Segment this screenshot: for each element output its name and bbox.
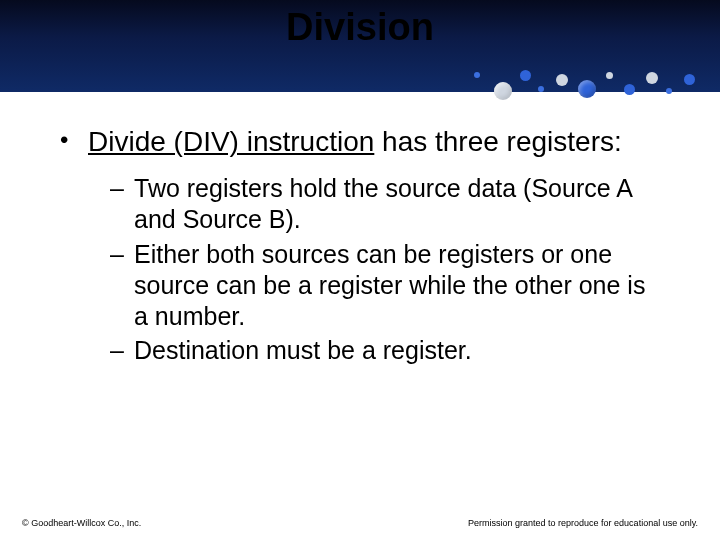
slide-content: • Divide (DIV) instruction has three reg… (0, 92, 720, 367)
slide-header: Division (0, 0, 720, 92)
sub-bullet: – Either both sources can be registers o… (110, 239, 660, 333)
dash-marker: – (110, 173, 134, 236)
slide-title: Division (0, 6, 720, 49)
bullet-marker: • (60, 124, 88, 159)
dash-marker: – (110, 239, 134, 333)
sub-bullet: – Destination must be a register. (110, 335, 660, 366)
decorative-circles (460, 66, 720, 106)
dash-marker: – (110, 335, 134, 366)
sub-bullet-list: – Two registers hold the source data (So… (110, 173, 660, 367)
permission-text: Permission granted to reproduce for educ… (468, 518, 698, 528)
main-rest: has three registers: (374, 126, 621, 157)
sub-bullet-text: Destination must be a register. (134, 335, 660, 366)
sub-bullet-text: Either both sources can be registers or … (134, 239, 660, 333)
main-bullet: • Divide (DIV) instruction has three reg… (60, 124, 660, 159)
sub-bullet-text: Two registers hold the source data (Sour… (134, 173, 660, 236)
copyright-text: © Goodheart-Willcox Co., Inc. (22, 518, 141, 528)
sub-bullet: – Two registers hold the source data (So… (110, 173, 660, 236)
main-bullet-text: Divide (DIV) instruction has three regis… (88, 124, 660, 159)
slide-footer: © Goodheart-Willcox Co., Inc. Permission… (22, 518, 698, 528)
main-underline: Divide (DIV) instruction (88, 126, 374, 157)
